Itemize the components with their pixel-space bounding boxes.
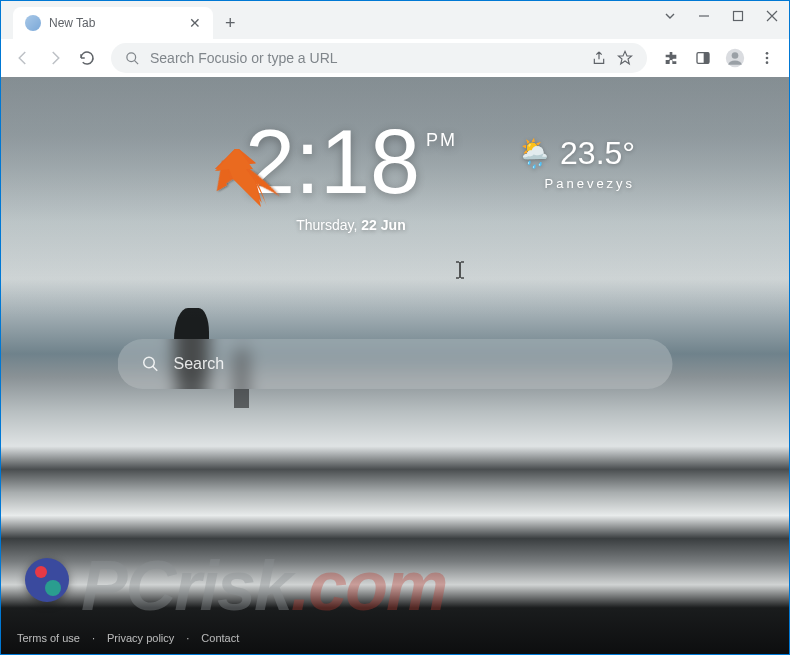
back-icon[interactable] xyxy=(9,44,37,72)
contact-link[interactable]: Contact xyxy=(201,632,239,644)
svg-point-8 xyxy=(766,52,769,55)
svg-line-3 xyxy=(134,60,138,64)
svg-point-9 xyxy=(766,57,769,60)
omnibox[interactable]: Search Focusio or type a URL xyxy=(111,43,647,73)
weather-icon: 🌦️ xyxy=(517,137,552,170)
svg-point-10 xyxy=(766,61,769,64)
browser-tab[interactable]: New Tab ✕ xyxy=(13,7,213,39)
svg-point-2 xyxy=(127,52,136,61)
maximize-icon[interactable] xyxy=(731,9,745,23)
bookmark-star-icon[interactable] xyxy=(617,50,633,66)
pcrisk-badge-icon xyxy=(25,558,69,602)
svg-line-12 xyxy=(153,366,158,371)
minimize-icon[interactable] xyxy=(697,9,711,23)
omnibox-placeholder: Search Focusio or type a URL xyxy=(150,50,581,66)
menu-dots-icon[interactable] xyxy=(753,44,781,72)
new-tab-button[interactable]: + xyxy=(225,13,236,34)
dot-separator: · xyxy=(186,632,189,644)
clock-time: 2:18 xyxy=(245,117,420,207)
tab-title: New Tab xyxy=(49,16,95,30)
clock-widget: 2:18 PM Thursday, 22 Jun xyxy=(245,117,457,233)
weather-temp: 23.5° xyxy=(560,135,635,172)
clock-day: Thursday, xyxy=(296,217,357,233)
browser-toolbar: Search Focusio or type a URL xyxy=(1,39,789,77)
search-icon xyxy=(142,355,160,373)
share-icon[interactable] xyxy=(591,50,607,66)
dot-separator: · xyxy=(92,632,95,644)
top-widgets: 2:18 PM Thursday, 22 Jun 🌦️ 23.5° Paneve… xyxy=(1,117,789,233)
privacy-link[interactable]: Privacy policy xyxy=(107,632,174,644)
svg-point-11 xyxy=(144,357,155,368)
terms-link[interactable]: Terms of use xyxy=(17,632,80,644)
page-content: 2:18 PM Thursday, 22 Jun 🌦️ 23.5° Paneve… xyxy=(1,77,789,654)
clock-ampm: PM xyxy=(426,131,457,149)
page-search-input[interactable]: Search xyxy=(118,339,673,389)
tabs-dropdown-icon[interactable] xyxy=(663,9,677,23)
toolbar-right-icons xyxy=(657,44,781,72)
clock-date: 22 Jun xyxy=(361,217,405,233)
forward-icon[interactable] xyxy=(41,44,69,72)
search-icon xyxy=(125,51,140,66)
reload-icon[interactable] xyxy=(73,44,101,72)
profile-icon[interactable] xyxy=(721,44,749,72)
weather-widget[interactable]: 🌦️ 23.5° Panevezys xyxy=(517,135,635,191)
close-tab-icon[interactable]: ✕ xyxy=(189,15,201,31)
extensions-icon[interactable] xyxy=(657,44,685,72)
favicon-icon xyxy=(25,15,41,31)
window-close-icon[interactable] xyxy=(765,9,779,23)
sidepanel-icon[interactable] xyxy=(689,44,717,72)
svg-point-7 xyxy=(732,52,739,59)
svg-rect-1 xyxy=(734,12,743,21)
browser-title-bar: New Tab ✕ + xyxy=(1,1,789,39)
weather-city: Panevezys xyxy=(517,176,635,191)
page-search-placeholder: Search xyxy=(174,355,225,373)
footer-links: Terms of use · Privacy policy · Contact xyxy=(17,632,239,644)
window-controls xyxy=(663,1,789,31)
svg-rect-5 xyxy=(704,53,709,64)
